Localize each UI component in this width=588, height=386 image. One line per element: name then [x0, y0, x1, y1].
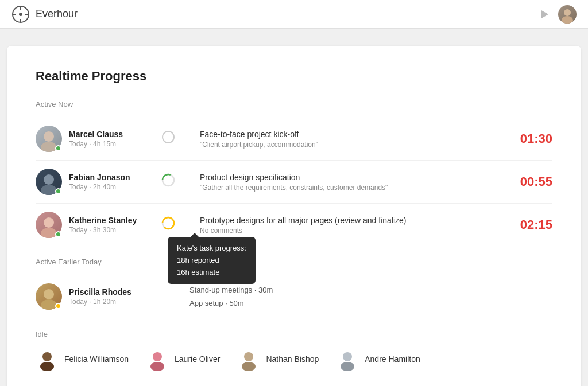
svg-point-29: [341, 362, 354, 371]
svg-point-26: [244, 352, 253, 361]
avatar-wrapper-katherine: [36, 212, 62, 238]
user-meta-marcel: Today · 4h 15m: [69, 140, 149, 148]
svg-point-12: [44, 174, 54, 185]
timer-katherine: 02:15: [506, 217, 552, 232]
svg-marker-6: [541, 10, 548, 18]
idle-user-andre: Andre Hamilton: [336, 348, 420, 371]
status-dot-priscilla: [55, 303, 61, 309]
user-info-priscilla: Priscilla Rhodes Today · 1h 20m: [69, 287, 149, 306]
svg-point-27: [242, 362, 256, 371]
status-dot-katherine: [55, 231, 61, 237]
tooltip-line1: Kate's task progress:: [177, 243, 246, 255]
svg-point-24: [153, 352, 162, 361]
page-title: Realtime Progress: [36, 69, 552, 84]
svg-point-11: [163, 131, 174, 143]
task-info-priscilla: Stand-up meetings · 30m App setup · 50m: [184, 283, 552, 310]
timer-marcel: 01:30: [506, 131, 552, 146]
svg-point-7: [564, 9, 571, 16]
svg-point-25: [150, 362, 164, 371]
idle-name-andre: Andre Hamilton: [365, 354, 420, 364]
idle-user-nathan: Nathan Bishop: [237, 348, 319, 371]
active-now-section: Active Now Marcel Clauss Today · 4h 15m: [36, 100, 552, 246]
idle-avatar-laurie: [146, 348, 169, 371]
progress-icon-marcel: [161, 130, 176, 145]
user-row-priscilla: Priscilla Rhodes Today · 1h 20m Stand-up…: [36, 275, 552, 318]
app-name: Everhour: [36, 8, 78, 20]
svg-point-13: [41, 185, 57, 195]
idle-user-felicia: Felicia Williamson: [36, 348, 129, 371]
user-meta-katherine: Today · 3h 30m: [69, 226, 149, 234]
svg-point-1: [19, 13, 22, 16]
avatar-wrapper-marcel: [36, 126, 62, 152]
idle-section: Idle Felicia Williamson: [36, 330, 552, 371]
svg-point-16: [44, 217, 54, 228]
idle-name-laurie: Laurie Oliver: [175, 354, 220, 364]
header-left: Everhour: [11, 5, 78, 24]
user-name-katherine: Katherine Stanley: [69, 216, 149, 225]
standup-task-2: App setup · 50m: [189, 297, 552, 310]
standup-task-1: Stand-up meetings · 30m: [189, 283, 552, 297]
svg-point-8: [562, 16, 573, 24]
task-sub-katherine: No comments: [200, 227, 506, 235]
task-row-fabian: Product design specification "Gather all…: [161, 173, 506, 192]
status-dot-marcel: [55, 145, 61, 151]
idle-users-list: Felicia Williamson Laurie Oliver: [36, 348, 552, 371]
progress-icon-katherine: [161, 216, 176, 231]
user-info-katherine: Katherine Stanley Today · 3h 30m: [69, 216, 149, 234]
user-meta-fabian: Today · 2h 40m: [69, 183, 149, 191]
svg-point-17: [41, 228, 57, 238]
svg-point-28: [343, 352, 352, 361]
svg-point-10: [41, 142, 57, 152]
task-info-fabian: Product design specification "Gather all…: [194, 173, 506, 192]
task-row-katherine: Prototype designs for all major pages (r…: [161, 216, 506, 235]
user-name-fabian: Fabian Jonason: [69, 173, 149, 182]
idle-avatar-felicia: [36, 348, 59, 371]
user-row-marcel: Marcel Clauss Today · 4h 15m Face-to-fac…: [36, 118, 552, 161]
avatar-wrapper-fabian: [36, 169, 62, 195]
idle-avatar-andre: [336, 348, 359, 371]
user-row-fabian: Fabian Jonason Today · 2h 40m Product de…: [36, 161, 552, 204]
task-row-marcel: Face-to-face project kick-off "Client ai…: [161, 130, 506, 149]
idle-name-felicia: Felicia Williamson: [64, 354, 129, 364]
idle-label: Idle: [36, 330, 552, 338]
idle-avatar-nathan: [237, 348, 260, 371]
app-header: Everhour: [0, 0, 588, 29]
logo-icon: [11, 5, 30, 24]
main-content: Realtime Progress Active Now Marcel Clau…: [7, 46, 581, 386]
play-button[interactable]: [537, 7, 551, 21]
svg-point-9: [44, 131, 54, 142]
svg-point-22: [42, 352, 52, 361]
user-name-marcel: Marcel Clauss: [69, 130, 149, 139]
active-earlier-label: Active Earlier Today: [36, 258, 552, 266]
avatar-wrapper-priscilla: [36, 283, 62, 310]
task-name-fabian: Product design specification: [200, 173, 506, 182]
svg-point-23: [40, 362, 54, 371]
svg-point-20: [44, 289, 54, 299]
standup-tasks-priscilla: Stand-up meetings · 30m App setup · 50m: [189, 283, 552, 310]
user-info-fabian: Fabian Jonason Today · 2h 40m: [69, 173, 149, 191]
user-name-priscilla: Priscilla Rhodes: [69, 287, 149, 297]
idle-name-nathan: Nathan Bishop: [266, 354, 319, 364]
task-sub-marcel: "Client airport pickup, accommodation": [200, 141, 506, 149]
header-right: [537, 5, 577, 24]
task-info-katherine: Prototype designs for all major pages (r…: [194, 216, 506, 235]
active-now-label: Active Now: [36, 100, 552, 108]
active-earlier-section: Active Earlier Today Priscilla Rhodes To…: [36, 258, 552, 318]
task-sub-fabian: "Gather all the requirements, constraint…: [200, 184, 506, 192]
timer-fabian: 00:55: [506, 174, 552, 189]
task-name-katherine: Prototype designs for all major pages (r…: [200, 216, 506, 225]
task-name-marcel: Face-to-face project kick-off: [200, 130, 506, 139]
user-avatar-header[interactable]: [558, 5, 577, 24]
progress-icon-fabian: [161, 173, 176, 188]
user-meta-priscilla: Today · 1h 20m: [69, 298, 149, 306]
status-dot-fabian: [55, 188, 61, 194]
task-info-marcel: Face-to-face project kick-off "Client ai…: [194, 130, 506, 149]
user-info-marcel: Marcel Clauss Today · 4h 15m: [69, 130, 149, 148]
svg-point-21: [41, 299, 57, 310]
user-row-katherine: Katherine Stanley Today · 3h 30m Prototy…: [36, 204, 552, 246]
idle-user-laurie: Laurie Oliver: [146, 348, 220, 371]
